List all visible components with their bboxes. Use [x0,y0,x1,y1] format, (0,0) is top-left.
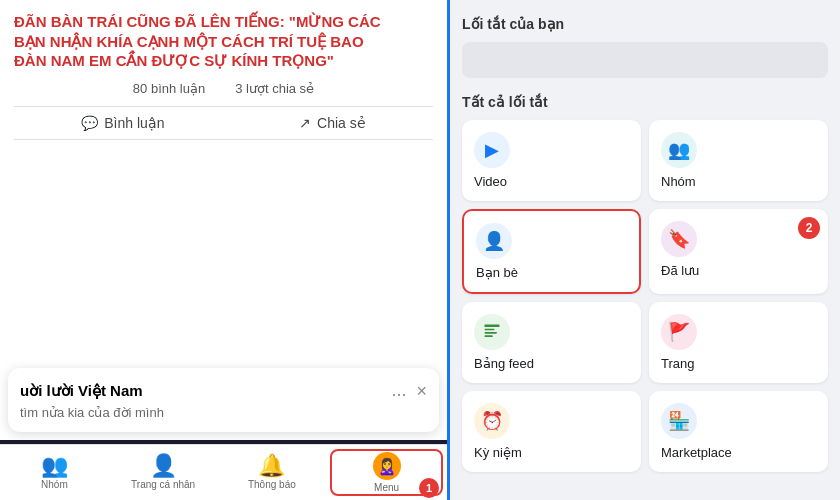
video-icon: ▶ [474,132,510,168]
nav-nhom[interactable]: 👥 Nhóm [0,445,109,500]
chat-close-button[interactable]: × [416,382,427,400]
bangfeed-icon [474,314,510,350]
post-content: ĐÃN BÀN TRÁI CŨNG ĐÃ LÊN TIẾNG: "MỪNG CÁ… [0,0,447,140]
all-shortcuts-label: Tất cả lối tắt [462,94,828,110]
thongbao-label: Thông báo [248,479,296,490]
nhom-shortcut-label: Nhóm [661,174,816,189]
share-label: Chia sẻ [317,115,366,131]
daluu-label: Đã lưu [661,263,816,278]
comments-count: 80 bình luận [133,81,205,96]
shortcut-bang-feed[interactable]: Bảng feed [462,302,641,383]
nhom-label: Nhóm [41,479,68,490]
svg-rect-1 [485,329,495,331]
marketplace-label: Marketplace [661,445,816,460]
svg-rect-2 [485,332,498,334]
shortcut-da-luu[interactable]: 2 🔖 Đã lưu [649,209,828,294]
nav-trang-ca-nhan[interactable]: 👤 Trang cá nhân [109,445,218,500]
shortcuts-grid: ▶ Video 👥 Nhóm 👤 Bạn bè 2 🔖 Đã lưu [462,120,828,472]
left-panel: ĐÃN BÀN TRÁI CŨNG ĐÃ LÊN TIẾNG: "MỪNG CÁ… [0,0,450,500]
chat-popup-header: uời lười Việt Nam ... × [20,380,427,401]
svg-rect-3 [485,335,493,337]
share-icon: ↗ [299,115,311,131]
profile-icon: 👤 [150,455,177,477]
shortcut-ban-be[interactable]: 👤 Bạn bè [462,209,641,294]
profile-label: Trang cá nhân [131,479,195,490]
step1-badge: 1 [419,478,439,498]
shortcuts-empty-area [462,42,828,78]
menu-label: Menu [374,482,399,493]
right-panel: Lối tắt của bạn Tất cả lối tắt ▶ Video 👥… [450,0,840,500]
svg-rect-0 [485,325,500,328]
post-meta: 80 bình luận 3 lượt chia sẻ [14,71,433,107]
step2-badge: 2 [798,217,820,239]
kyniem-label: Kỳ niệm [474,445,629,460]
menu-avatar: 🙎‍♀️ [373,452,401,480]
chat-subtitle: tìm nửa kia của đời mình [20,405,427,420]
share-button[interactable]: ↗ Chia sẻ [299,115,366,131]
kyniem-icon: ⏰ [474,403,510,439]
bangfeed-label: Bảng feed [474,356,629,371]
bell-icon: 🔔 [258,455,285,477]
post-title: ĐÃN BÀN TRÁI CŨNG ĐÃ LÊN TIẾNG: "MỪNG CÁ… [14,12,433,71]
shortcut-nhom[interactable]: 👥 Nhóm [649,120,828,201]
banbe-icon: 👤 [476,223,512,259]
nhom-shortcut-icon: 👥 [661,132,697,168]
chat-title: uời lười Việt Nam [20,382,143,400]
trang-icon: 🚩 [661,314,697,350]
shares-count: 3 lượt chia sẻ [235,81,314,96]
nhom-icon: 👥 [41,455,68,477]
video-label: Video [474,174,629,189]
daluu-icon: 🔖 [661,221,697,257]
ellipsis-icon[interactable]: ... [391,380,406,401]
marketplace-icon: 🏪 [661,403,697,439]
nav-menu[interactable]: 1 🙎‍♀️ Menu [330,449,443,496]
shortcuts-section-label: Lối tắt của bạn [462,16,828,32]
trang-label: Trang [661,356,816,371]
banbe-label: Bạn bè [476,265,627,280]
shortcut-video[interactable]: ▶ Video [462,120,641,201]
shortcut-trang[interactable]: 🚩 Trang [649,302,828,383]
post-actions: 💬 Bình luận ↗ Chia sẻ [14,107,433,140]
bottom-nav: 👥 Nhóm 👤 Trang cá nhân 🔔 Thông báo 1 🙎‍♀… [0,444,447,500]
comment-label: Bình luận [104,115,164,131]
shortcut-marketplace[interactable]: 🏪 Marketplace [649,391,828,472]
chat-popup: uời lười Việt Nam ... × tìm nửa kia của … [8,368,439,432]
comment-icon: 💬 [81,115,98,131]
shortcut-ky-niem[interactable]: ⏰ Kỳ niệm [462,391,641,472]
nav-thong-bao[interactable]: 🔔 Thông báo [218,445,327,500]
comment-button[interactable]: 💬 Bình luận [81,115,164,131]
